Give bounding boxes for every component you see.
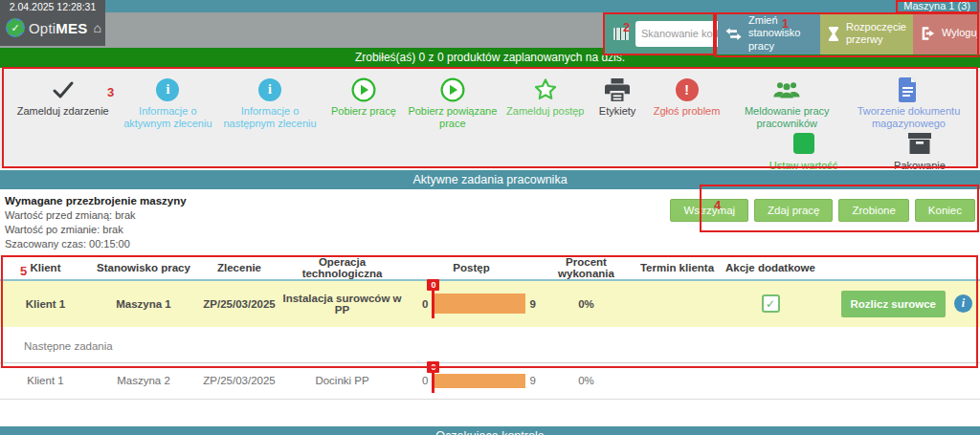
extra-action-checkbox[interactable]: ✓ — [762, 294, 780, 313]
tasks-table: Klient Stanowisko pracy Zlecenie Operacj… — [0, 256, 980, 400]
start-break-button[interactable]: Rozpoczęcie przerwy — [820, 12, 913, 54]
cell-buttons: Rozlicz surowce i — [818, 280, 980, 328]
info-icon: i — [156, 76, 179, 102]
toolbar: Zamelduj zdarzenie i Informacje o aktywn… — [0, 68, 980, 168]
active-tasks-header: Aktywne zadania pracownika — [0, 170, 980, 189]
toolbar-item-meldowanie-pracy[interactable]: Meldowanie pracy pracowników — [729, 76, 845, 130]
printer-icon — [605, 76, 630, 102]
cell-order: ZP/25/03/2025 — [196, 362, 282, 399]
info-icon: i — [258, 76, 281, 102]
green-square-icon — [793, 131, 814, 157]
top-strip: Maszyna 1 (3) — [0, 0, 980, 12]
datetime: 2.04.2025 12:28:31 — [0, 1, 105, 13]
toolbar-item-ustaw-wartosc[interactable]: Ustaw wartość — [753, 131, 854, 172]
pending-checks-header: Oczekujące kontrole — [0, 426, 980, 435]
progress-max: 9 — [530, 375, 536, 386]
cell-extra-actions: ✓ — [723, 280, 818, 328]
hourglass-icon — [828, 27, 839, 41]
toolbar-item-pobierz-powiazane[interactable]: Pobierz powiązane prace — [405, 76, 501, 130]
cell-order: ZP/25/03/2025 — [196, 280, 282, 328]
progress-marker-badge: 0 — [427, 361, 439, 373]
table-row-next-task[interactable]: Klient 1 Maszyna 2 ZP/25/03/2025 Docinki… — [0, 362, 980, 399]
package-icon — [907, 131, 932, 157]
toolbar-item-zamelduj-zdarzenie[interactable]: Zamelduj zdarzenie — [8, 76, 118, 118]
progress-bar: 0 — [433, 374, 524, 388]
cell-percent: 0% — [541, 362, 632, 399]
col-termin: Termin klienta — [632, 256, 723, 280]
col-postep: Postęp — [402, 256, 541, 280]
pause-button[interactable]: Wstrzymaj — [670, 199, 748, 222]
header-actions: Zmień stanowisko pracy Rozpoczęcie przer… — [605, 12, 980, 54]
table-header-row: Klient Stanowisko pracy Zlecenie Operacj… — [0, 256, 980, 280]
toolbar-row-2: Ustaw wartość Pakowanie — [8, 131, 972, 172]
row-info-icon[interactable]: i — [954, 294, 972, 313]
toolbar-item-zamelduj-postep[interactable]: Zamelduj postęp — [501, 76, 590, 118]
cell-extra-actions — [723, 362, 818, 399]
toolbar-item-info-nastepne[interactable]: i Informacje o następnym zleceniu — [217, 76, 323, 130]
progress-min: 0 — [422, 375, 428, 386]
star-icon — [532, 76, 559, 102]
done-button[interactable]: Zrobione — [838, 199, 908, 222]
value-after-line: Wartość po zmianie: brak — [5, 223, 980, 237]
cell-workstation: Maszyna 2 — [91, 362, 196, 399]
toolbar-item-pakowanie[interactable]: Pakowanie — [880, 131, 959, 172]
cell-deadline — [632, 362, 723, 399]
scan-area — [605, 12, 718, 54]
cell-workstation: Maszyna 1 — [91, 280, 196, 328]
settle-materials-button[interactable]: Rozlicz surowce — [841, 291, 946, 317]
scan-input[interactable] — [635, 21, 724, 47]
machine-indicator: Maszyna 1 (3) — [903, 0, 970, 12]
next-tasks-label: Następne zadania — [0, 328, 980, 362]
cell-progress: 0 0 9 — [402, 362, 541, 399]
document-icon — [899, 76, 918, 102]
cell-percent: 0% — [541, 280, 632, 328]
brand-logo[interactable]: ✓ OptiMES ⌂ — [0, 13, 105, 37]
estimated-time-line: Szacowany czas: 00:15:00 — [5, 237, 980, 251]
progress-marker-badge: 0 — [427, 279, 439, 291]
warning-icon: ! — [676, 76, 699, 102]
spacer — [0, 400, 980, 426]
progress-min: 0 — [422, 298, 428, 310]
cell-operation: Instalacja surowców w PP — [282, 280, 402, 328]
cell-deadline — [632, 280, 723, 328]
task-buttons: Wstrzymaj Zdaj pracę Zrobione Koniec — [670, 199, 975, 222]
play-icon — [440, 76, 465, 102]
cell-client: Klient 1 — [0, 280, 91, 328]
check-icon — [51, 76, 76, 102]
cell-operation: Docinki PP — [282, 362, 402, 399]
table-row-active-task[interactable]: Klient 1 Maszyna 1 ZP/25/03/2025 Instala… — [0, 280, 980, 328]
logout-icon — [921, 27, 935, 40]
cell-buttons — [818, 362, 980, 399]
col-operacja: Operacja technologiczna — [282, 256, 402, 280]
toolbar-item-tworzenie-dokumentu[interactable]: Tworzenie dokumentu magazynowego — [845, 76, 972, 130]
brand-box: 2.04.2025 12:28:31 ✓ OptiMES ⌂ — [0, 0, 105, 46]
col-stanowisko: Stanowisko pracy — [91, 256, 196, 280]
col-zlecenie: Zlecenie — [196, 256, 282, 280]
toolbar-item-info-aktywne[interactable]: i Informacje o aktywnym zleceniu — [118, 76, 217, 130]
home-icon[interactable]: ⌂ — [93, 20, 100, 35]
optimes-operator-panel: Maszyna 1 (3) 2.04.2025 12:28:31 ✓ OptiM… — [0, 0, 980, 435]
toolbar-item-etykiety[interactable]: Etykiety — [590, 76, 645, 118]
play-icon — [351, 76, 376, 102]
logout-button[interactable]: Wyloguj — [913, 12, 980, 54]
barcode-icon — [613, 28, 629, 40]
cell-progress: 0 0 9 — [402, 280, 541, 328]
brand-name: OptiMES — [29, 20, 87, 36]
cell-client: Klient 1 — [0, 362, 91, 399]
col-akcje: Akcje dodatkowe — [723, 256, 818, 280]
col-procent: Procent wykonania — [541, 256, 632, 280]
people-icon — [772, 76, 801, 102]
col-klient: Klient — [0, 256, 91, 280]
finish-button[interactable]: Koniec — [915, 199, 975, 222]
swap-icon — [725, 28, 742, 40]
toolbar-item-zglos-problem[interactable]: ! Zgłoś problem — [645, 76, 729, 118]
progress-bar: 0 — [433, 294, 524, 314]
toolbar-row-1: Zamelduj zdarzenie i Informacje o aktywn… — [8, 76, 972, 130]
change-workstation-button[interactable]: Zmień stanowisko pracy — [718, 12, 820, 54]
progress-marker-line — [432, 289, 434, 318]
progress-max: 9 — [530, 298, 536, 310]
next-tasks-divider-row: Następne zadania — [0, 328, 980, 362]
col-actions-extra — [818, 256, 980, 280]
toolbar-item-pobierz-prace[interactable]: Pobierz pracę — [323, 76, 405, 118]
submit-work-button[interactable]: Zdaj pracę — [754, 199, 833, 222]
